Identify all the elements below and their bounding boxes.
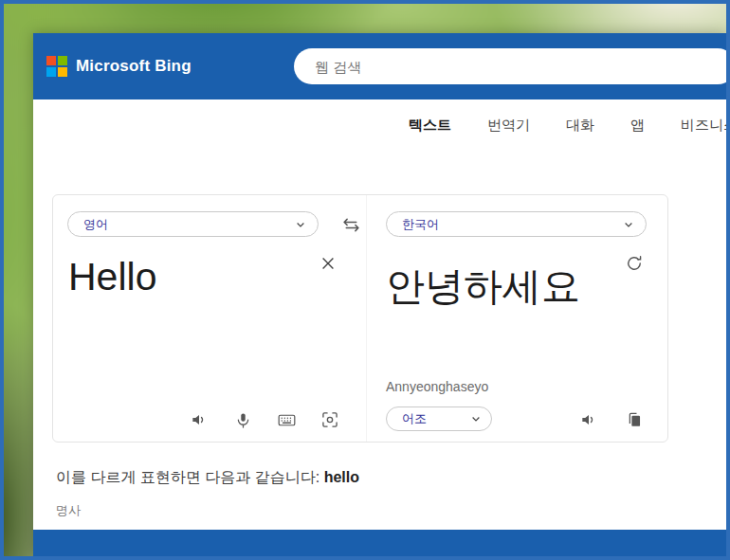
chevron-down-icon: [295, 219, 306, 230]
bing-header: Microsoft Bing: [33, 33, 726, 99]
bing-translator-window: Microsoft Bing 텍스트 번역기 대화 앱 비즈니스 영어: [33, 33, 726, 556]
search-input[interactable]: [313, 58, 717, 76]
copy-icon: [626, 411, 644, 429]
microphone-button[interactable]: [231, 408, 254, 431]
search-box: [294, 48, 726, 84]
source-language-dropdown[interactable]: 영어: [67, 211, 319, 237]
translator-nav: 텍스트 번역기 대화 앱 비즈니스: [33, 99, 726, 152]
microsoft-bing-logo[interactable]: Microsoft Bing: [46, 56, 192, 77]
footer-bar: [33, 530, 726, 556]
tab-business[interactable]: 비즈니스: [681, 117, 726, 135]
tone-dropdown[interactable]: 어조: [386, 406, 492, 431]
part-of-speech-label: 명사: [56, 502, 726, 519]
target-panel: 한국어 안녕하세요 Annyeonghaseyo 어조: [366, 195, 668, 442]
swap-languages-button[interactable]: [338, 212, 363, 237]
source-toolbar: [188, 408, 341, 431]
microphone-icon: [234, 411, 252, 429]
clear-text-button[interactable]: [317, 252, 339, 275]
chevron-down-icon: [470, 413, 482, 425]
target-text: 안녕하세요: [386, 265, 580, 308]
speaker-button[interactable]: [188, 408, 210, 431]
target-language-dropdown[interactable]: 한국어: [386, 211, 647, 237]
alternative-translations-line: 이를 다르게 표현하면 다음과 같습니다: hello: [56, 468, 726, 488]
alt-word: hello: [324, 469, 359, 485]
source-text[interactable]: Hello: [68, 256, 156, 298]
tab-translator[interactable]: 번역기: [487, 117, 530, 135]
target-toolbar: [577, 408, 646, 431]
content-area: 영어 Hello: [33, 194, 726, 519]
tab-conversation[interactable]: 대화: [566, 117, 594, 135]
keyboard-button[interactable]: [275, 408, 298, 431]
image-translate-button[interactable]: [319, 408, 341, 431]
swap-languages-icon: [341, 215, 361, 235]
microsoft-logo-icon: [46, 56, 67, 77]
source-language-label: 영어: [83, 216, 108, 233]
chevron-down-icon: [623, 219, 634, 230]
alt-intro-text: 이를 다르게 표현하면 다음과 같습니다:: [56, 469, 324, 485]
keyboard-icon: [277, 410, 297, 430]
speaker-button[interactable]: [577, 408, 600, 431]
tab-text[interactable]: 텍스트: [409, 117, 451, 135]
brand-text: Microsoft Bing: [76, 57, 192, 76]
speaker-icon: [190, 410, 209, 429]
romanization-text: Annyeonghaseyo: [386, 379, 488, 394]
target-language-label: 한국어: [402, 216, 439, 233]
refresh-translation-button[interactable]: [623, 252, 646, 275]
source-panel: 영어 Hello: [53, 195, 366, 442]
translator-card: 영어 Hello: [52, 194, 668, 443]
speaker-icon: [579, 410, 598, 429]
copy-button[interactable]: [623, 408, 646, 431]
image-translate-icon: [320, 410, 339, 429]
tone-label: 어조: [402, 410, 427, 427]
refresh-icon: [625, 254, 644, 273]
close-icon: [319, 255, 337, 272]
screenshot-root: Microsoft Bing 텍스트 번역기 대화 앱 비즈니스 영어: [0, 0, 730, 560]
tab-apps[interactable]: 앱: [630, 117, 645, 135]
